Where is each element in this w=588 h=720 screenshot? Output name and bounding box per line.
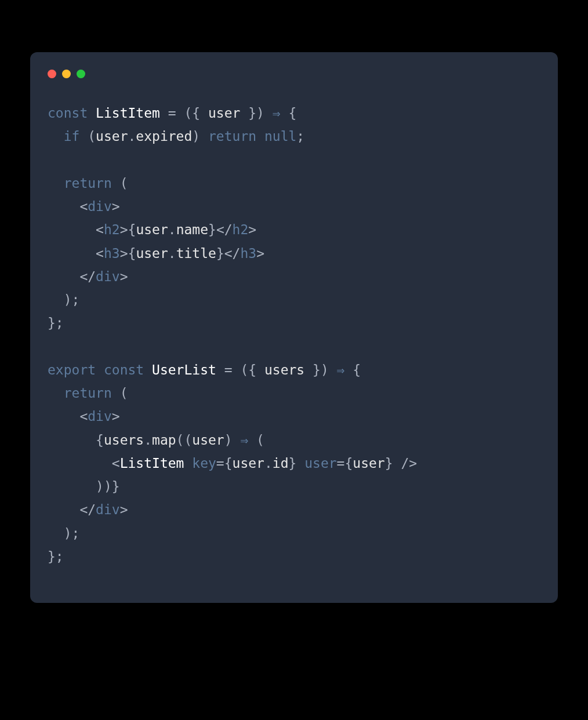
code-token: ) — [224, 432, 241, 448]
code-token: h3 — [104, 246, 120, 261]
code-token: div — [88, 409, 112, 424]
code-token: < — [112, 456, 120, 471]
code-token: { — [344, 362, 361, 377]
code-token: } — [385, 456, 401, 471]
code-token — [96, 362, 104, 377]
code-token: user — [233, 456, 264, 471]
code-token: . — [144, 432, 152, 448]
code-token: h2 — [104, 222, 120, 237]
maximize-icon[interactable] — [77, 70, 85, 78]
close-icon[interactable] — [48, 70, 56, 78]
code-token: user — [136, 246, 168, 261]
code-token: /> — [401, 456, 417, 471]
code-token: ); — [48, 292, 79, 307]
code-token: div — [96, 269, 120, 284]
code-token: const — [104, 362, 144, 377]
code-token — [48, 129, 64, 144]
code-token: user — [304, 456, 336, 471]
code-token — [88, 106, 96, 121]
code-token: </ — [224, 246, 241, 261]
code-token: ))} — [48, 479, 120, 494]
code-token: < — [96, 246, 104, 261]
code-token — [144, 362, 152, 377]
code-token: h3 — [240, 246, 256, 261]
code-token: UserList — [152, 362, 216, 377]
code-token — [48, 269, 79, 284]
code-token: = ({ — [160, 106, 208, 121]
code-token: }) — [304, 362, 336, 377]
code-token: ( — [79, 129, 96, 144]
code-token: ⇒ — [240, 432, 248, 448]
code-token: > — [120, 246, 128, 261]
code-token — [48, 502, 79, 517]
code-editor-window: const ListItem = ({ user }) ⇒ { if (user… — [30, 52, 558, 603]
code-token: map — [152, 432, 176, 448]
code-token — [256, 129, 264, 144]
code-token — [48, 246, 96, 261]
code-token: users — [104, 432, 144, 448]
code-token: > — [120, 222, 128, 237]
code-token: } — [208, 222, 216, 237]
code-token: { — [48, 432, 104, 448]
code-token: export — [48, 362, 96, 377]
window-controls — [48, 70, 540, 78]
code-token: . — [128, 129, 136, 144]
code-token: }; — [48, 549, 64, 564]
code-token: }; — [48, 315, 64, 330]
code-token: = ({ — [216, 362, 264, 377]
code-token: { — [281, 106, 297, 121]
code-token: } — [216, 246, 224, 261]
code-token: return — [208, 129, 256, 144]
code-token: ; — [296, 129, 304, 144]
code-token: (( — [176, 432, 193, 448]
code-token: null — [264, 129, 296, 144]
code-token: < — [96, 222, 104, 237]
code-token — [48, 456, 112, 471]
code-token: ); — [48, 526, 79, 541]
code-token: > — [120, 269, 128, 284]
code-content[interactable]: const ListItem = ({ user }) ⇒ { if (user… — [48, 101, 540, 568]
code-token — [48, 222, 96, 237]
code-token: key — [192, 456, 216, 471]
code-token: > — [248, 222, 256, 237]
code-token: user — [136, 222, 168, 237]
code-token: const — [48, 106, 88, 121]
code-token: . — [264, 456, 273, 471]
code-token: user — [192, 432, 224, 448]
code-token: ( — [248, 432, 264, 448]
code-token: user — [353, 456, 384, 471]
code-token: } — [288, 456, 304, 471]
code-token: ( — [112, 386, 128, 401]
code-token — [184, 456, 192, 471]
code-token: }) — [240, 106, 272, 121]
code-token — [48, 386, 64, 401]
code-token: . — [168, 222, 176, 237]
code-token: ={ — [337, 456, 353, 471]
code-token: { — [128, 222, 136, 237]
code-token: name — [176, 222, 208, 237]
code-token: h2 — [233, 222, 249, 237]
code-token — [48, 176, 64, 191]
code-token: title — [176, 246, 216, 261]
code-token: if — [64, 129, 80, 144]
code-token: div — [88, 199, 112, 214]
code-token: . — [168, 246, 176, 261]
code-token: return — [64, 176, 112, 191]
code-token: user — [96, 129, 128, 144]
code-token: id — [273, 456, 289, 471]
code-token: users — [264, 362, 304, 377]
code-token: expired — [136, 129, 192, 144]
code-token — [48, 199, 79, 214]
code-token: > — [256, 246, 264, 261]
code-token: ( — [112, 176, 128, 191]
code-token: ⇒ — [273, 106, 281, 121]
code-token: > — [120, 502, 128, 517]
code-token: > — [112, 409, 120, 424]
minimize-icon[interactable] — [62, 70, 71, 78]
code-token: ) — [192, 129, 208, 144]
code-token: > — [112, 199, 120, 214]
code-token: div — [96, 502, 120, 517]
code-token: ListItem — [96, 106, 160, 121]
code-token: ListItem — [120, 456, 184, 471]
code-token: user — [208, 106, 240, 121]
